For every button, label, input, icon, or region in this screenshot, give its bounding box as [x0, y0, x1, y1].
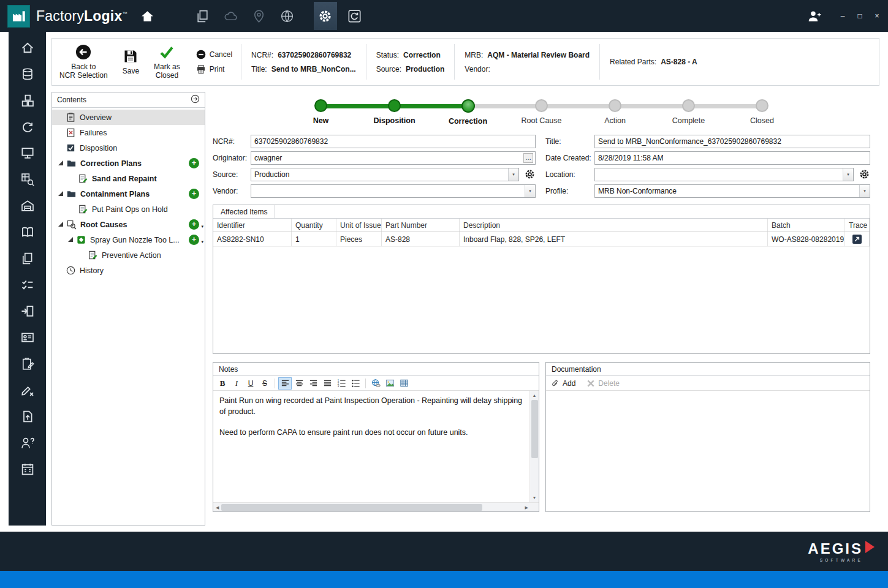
documents-icon[interactable]: [192, 6, 213, 26]
italic-button[interactable]: I: [230, 377, 243, 390]
location-pin-icon[interactable]: [249, 6, 270, 26]
column-header-batch[interactable]: Batch: [768, 219, 845, 232]
home-icon[interactable]: [17, 38, 38, 58]
column-header-description[interactable]: Description: [460, 219, 768, 232]
affected-item-row[interactable]: AS8282-SN101PiecesAS-828Inboard Flap, 82…: [213, 232, 870, 247]
tree-item-sand-and-repaint[interactable]: Sand and Repaint: [52, 171, 205, 186]
location-settings-gear-icon[interactable]: [859, 168, 870, 180]
underline-button[interactable]: U: [244, 377, 257, 390]
id-card-icon[interactable]: [17, 328, 38, 347]
scrollbar-thumb[interactable]: [531, 400, 538, 458]
align-center-button[interactable]: [292, 377, 306, 390]
checklist-icon[interactable]: [17, 275, 38, 295]
affected-items-empty-area[interactable]: [213, 247, 870, 353]
scrollbar-track[interactable]: [530, 399, 539, 494]
add-menu-caret-icon[interactable]: ▾: [201, 224, 203, 229]
ncr-number-input[interactable]: [251, 135, 536, 148]
expander-icon[interactable]: [57, 159, 65, 167]
trace-link-icon[interactable]: [852, 235, 862, 244]
warehouse-icon[interactable]: [17, 196, 38, 216]
align-justify-button[interactable]: [321, 377, 334, 390]
location-select[interactable]: ▾: [594, 168, 854, 181]
receive-icon[interactable]: [17, 301, 38, 321]
copy-icon[interactable]: [17, 249, 38, 268]
add-attachment-button[interactable]: Add: [551, 379, 575, 388]
lot-search-icon[interactable]: [17, 170, 38, 189]
tree-item-history[interactable]: History: [52, 263, 205, 278]
align-left-button[interactable]: [278, 377, 292, 390]
notes-text[interactable]: Paint Run on wing recorded at Paint Insp…: [213, 391, 529, 502]
vendor-select[interactable]: ▾: [251, 184, 536, 198]
notes-vertical-scrollbar[interactable]: ▲ ▼: [529, 391, 539, 502]
sync-box-icon[interactable]: [344, 6, 365, 26]
unordered-list-button[interactable]: [349, 377, 362, 390]
materials-icon[interactable]: [17, 91, 38, 110]
tree-item-overview[interactable]: Overview: [52, 110, 205, 125]
documentation-icon[interactable]: [17, 222, 38, 242]
column-header-quantity[interactable]: Quantity: [292, 219, 336, 232]
add-menu-caret-icon[interactable]: ▾: [201, 239, 203, 244]
scroll-down-icon[interactable]: ▼: [531, 494, 538, 501]
profile-select[interactable]: MRB Non-Conformance ▾: [594, 184, 870, 198]
notes-horizontal-scrollbar[interactable]: ◀ ▶: [213, 502, 539, 511]
tree-item-correction-plans[interactable]: Correction Plans+: [52, 156, 205, 171]
affected-items-tab[interactable]: Affected Items: [213, 205, 275, 218]
add-correction-plans-button[interactable]: +: [189, 158, 199, 168]
documentation-body[interactable]: [546, 391, 870, 511]
originator-input[interactable]: [254, 154, 523, 162]
expander-icon[interactable]: [67, 236, 75, 244]
support-icon[interactable]: [17, 433, 38, 453]
column-header-trace[interactable]: Trace: [845, 219, 870, 232]
data-entry-icon[interactable]: [17, 354, 38, 374]
column-header-part-number[interactable]: Part Number: [382, 219, 460, 232]
sync-icon[interactable]: [17, 117, 38, 137]
scrollbar-thumb[interactable]: [221, 504, 482, 511]
sign-reject-icon[interactable]: [17, 380, 38, 400]
maximize-button[interactable]: □: [855, 12, 865, 20]
align-right-button[interactable]: [306, 377, 320, 390]
column-header-identifier[interactable]: Identifier: [213, 219, 292, 232]
add-root-causes-button[interactable]: +: [189, 219, 199, 230]
scroll-up-icon[interactable]: ▲: [531, 392, 538, 399]
ordered-list-button[interactable]: 123: [335, 377, 348, 390]
source-settings-gear-icon[interactable]: [524, 168, 536, 180]
settings-gear-icon[interactable]: [314, 2, 337, 30]
cloud-icon[interactable]: [221, 6, 241, 26]
schedule-icon[interactable]: [17, 459, 38, 479]
bold-button[interactable]: B: [216, 377, 229, 390]
source-select[interactable]: Production ▾: [251, 168, 519, 181]
title-input[interactable]: [594, 135, 870, 148]
minimize-button[interactable]: –: [838, 12, 848, 20]
tree-item-disposition[interactable]: Disposition: [52, 140, 205, 156]
cancel-button[interactable]: Cancel: [196, 50, 232, 59]
print-button[interactable]: Print: [196, 64, 232, 74]
expander-icon[interactable]: [57, 190, 65, 198]
add-containment-plans-button[interactable]: +: [189, 189, 199, 199]
insert-table-button[interactable]: [397, 377, 411, 390]
delete-attachment-button[interactable]: Delete: [586, 379, 620, 388]
strikethrough-button[interactable]: S: [258, 377, 271, 390]
scroll-right-icon[interactable]: ▶: [524, 504, 529, 511]
mark-as-closed-button[interactable]: Mark asClosed: [146, 39, 188, 85]
collapse-panel-icon[interactable]: [191, 94, 200, 105]
user-account-icon[interactable]: [803, 6, 824, 26]
column-header-unit-of-issue[interactable]: Unit of Issue: [336, 219, 382, 232]
workstation-icon[interactable]: [17, 143, 38, 163]
home-nav-icon[interactable]: [137, 6, 158, 26]
originator-browse-button[interactable]: …: [523, 153, 533, 163]
tree-item-failures[interactable]: Failures: [52, 125, 205, 140]
insert-link-button[interactable]: [369, 377, 382, 390]
export-icon[interactable]: [17, 407, 38, 426]
scrollbar-track[interactable]: [220, 503, 523, 511]
originator-field[interactable]: …: [251, 151, 536, 165]
scroll-left-icon[interactable]: ◀: [214, 504, 220, 511]
expander-icon[interactable]: [57, 221, 65, 228]
tree-item-root-causes[interactable]: Root Causes+▾: [52, 217, 205, 232]
date-created-input[interactable]: [594, 151, 870, 165]
insert-image-button[interactable]: [383, 377, 397, 390]
tree-item-put-paint-ops-on-hold[interactable]: Put Paint Ops on Hold: [52, 202, 205, 217]
tree-item-spray-gun-nozzle-too-l[interactable]: Spray Gun Nozzle Too L...+▾: [52, 232, 205, 247]
globe-icon[interactable]: [277, 6, 298, 26]
save-button[interactable]: Save: [115, 39, 146, 85]
tree-item-preventive-action[interactable]: Preventive Action: [52, 247, 205, 263]
